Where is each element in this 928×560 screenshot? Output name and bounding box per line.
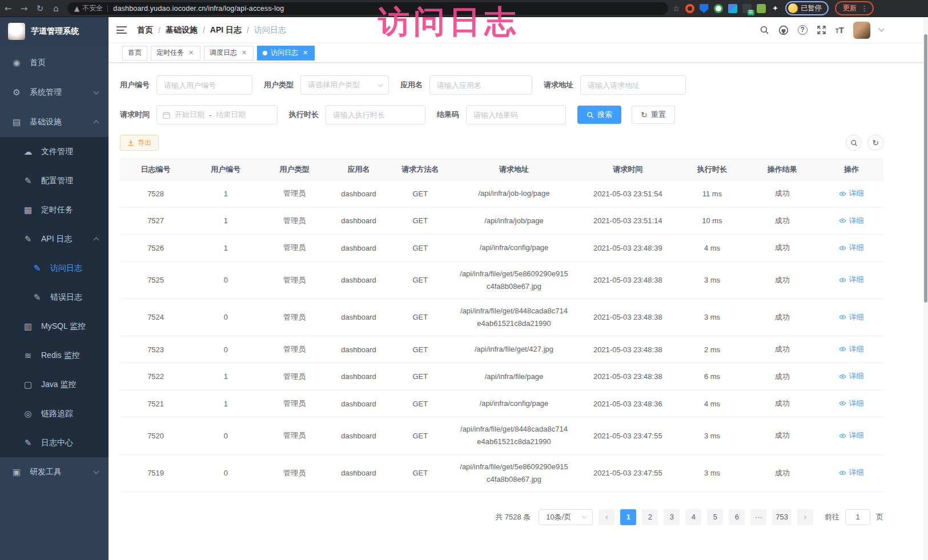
- tab-home[interactable]: 首页: [122, 46, 147, 61]
- github-icon[interactable]: [778, 25, 789, 35]
- reset-button[interactable]: ↻ 重置: [632, 106, 675, 124]
- search-icon[interactable]: [760, 25, 769, 35]
- page-number-button[interactable]: 5: [707, 509, 723, 525]
- tab-scheduled-tasks[interactable]: 定时任务 ✕: [151, 46, 200, 61]
- sidebar-item-devtools[interactable]: ▣ 研发工具: [0, 457, 109, 487]
- table-row: 7528 1 管理员 dashboard GET /api/infra/job-…: [120, 180, 883, 208]
- cell-result: 成功: [745, 417, 819, 454]
- sidebar-item-log-center[interactable]: ✎ 日志中心: [0, 428, 109, 457]
- sidebar-item-java[interactable]: ▢ Java 监控: [0, 370, 109, 399]
- extension-pinwheel-icon[interactable]: ✦: [771, 4, 780, 13]
- close-icon[interactable]: ✕: [302, 49, 309, 57]
- page-number-button[interactable]: 4: [685, 509, 701, 525]
- sidebar-item-infra[interactable]: ▤ 基础设施: [0, 107, 109, 137]
- cell-user-id: 1: [191, 235, 260, 262]
- result-code-input[interactable]: [466, 105, 566, 124]
- page-number-button[interactable]: 2: [642, 509, 658, 525]
- scrollbar-thumb[interactable]: [924, 34, 927, 303]
- breadcrumb-infra[interactable]: 基础设施: [166, 25, 198, 35]
- fullscreen-icon[interactable]: [817, 25, 826, 35]
- page-scrollbar[interactable]: [923, 17, 928, 560]
- cell-app-name: dashboard: [329, 363, 389, 390]
- sidebar-item-trace[interactable]: ◎ 链路追踪: [0, 399, 109, 428]
- extension-shield-icon[interactable]: [700, 4, 709, 13]
- browser-back-icon[interactable]: ←: [0, 3, 16, 14]
- sidebar-item-home[interactable]: ◉ 首页: [0, 48, 109, 78]
- next-page-button[interactable]: ›: [797, 509, 813, 525]
- cell-url: /api/infra/file/get/8448cada8c714e4ab615…: [452, 417, 576, 454]
- extension-badge: 萌: [748, 10, 754, 15]
- cell-method: GET: [389, 336, 452, 363]
- hamburger-icon[interactable]: [116, 26, 127, 34]
- duration-input[interactable]: [326, 105, 425, 124]
- toggle-search-button[interactable]: [846, 135, 862, 151]
- cell-duration: 3 ms: [679, 261, 745, 299]
- breadcrumb-api-log[interactable]: API 日志: [210, 25, 242, 35]
- detail-link[interactable]: 详细: [839, 216, 863, 226]
- breadcrumb-home[interactable]: 首页: [137, 25, 153, 35]
- request-url-input[interactable]: [580, 75, 686, 95]
- sidebar-item-mysql[interactable]: ▥ MySQL 监控: [0, 312, 109, 341]
- page-number-button[interactable]: 753: [772, 509, 792, 525]
- table-header-row: 日志编号 用户编号 用户类型 应用名 请求方法名 请求地址 请求时间 执行时长 …: [120, 159, 883, 180]
- avatar-caret-icon[interactable]: [879, 26, 885, 32]
- detail-link[interactable]: 详细: [839, 275, 863, 285]
- page-number-button[interactable]: 3: [664, 509, 680, 525]
- bookmark-star-icon[interactable]: ☆: [673, 4, 680, 13]
- sidebar-item-api-log[interactable]: ✎ API 日志: [0, 224, 109, 253]
- extension-green-icon[interactable]: [714, 4, 723, 13]
- detail-link[interactable]: 详细: [839, 312, 863, 323]
- extension-orange-icon[interactable]: [685, 4, 694, 13]
- browser-forward-icon[interactable]: →: [16, 3, 32, 14]
- app-name-input[interactable]: [429, 75, 532, 95]
- eye-icon: [839, 313, 846, 321]
- cell-log-id: 7528: [120, 180, 191, 208]
- eye-icon: [839, 400, 846, 407]
- close-icon[interactable]: ✕: [240, 49, 248, 57]
- detail-link[interactable]: 详细: [839, 398, 863, 409]
- goto-page-input[interactable]: [845, 509, 870, 525]
- table-row: 7521 1 管理员 dashboard GET /api/infra/conf…: [120, 390, 883, 417]
- sidebar-item-file[interactable]: ☁ 文件管理: [0, 137, 109, 166]
- page-number-button[interactable]: 6: [729, 509, 745, 525]
- detail-link[interactable]: 详细: [839, 371, 863, 381]
- cell-time: 2021-05-03 23:48:38: [576, 261, 679, 299]
- export-button[interactable]: 导出: [120, 135, 159, 151]
- prev-page-button[interactable]: ‹: [598, 509, 614, 525]
- user-type-select[interactable]: 请选择用户类型: [300, 75, 389, 95]
- request-time-range-picker[interactable]: 开始日期 - 结束日期: [156, 105, 278, 124]
- browser-menu-icon[interactable]: ⋮: [861, 5, 868, 13]
- browser-reload-icon[interactable]: ↻: [32, 3, 48, 14]
- page-number-button[interactable]: 1: [620, 509, 636, 525]
- sidebar-item-redis[interactable]: ≋ Redis 监控: [0, 341, 109, 370]
- sidebar-item-error-log[interactable]: ✎ 错误日志: [0, 283, 109, 312]
- refresh-table-button[interactable]: ↻: [867, 135, 883, 151]
- sidebar-item-job[interactable]: ▦ 定时任务: [0, 195, 109, 224]
- detail-link[interactable]: 详细: [839, 430, 863, 441]
- font-size-icon[interactable]: TT: [835, 25, 844, 35]
- close-icon[interactable]: ✕: [187, 49, 195, 57]
- detail-link[interactable]: 详细: [839, 243, 863, 253]
- address-bar[interactable]: ▲ 不安全 dashboard.yudao.iocoder.cn/infra/l…: [67, 2, 668, 15]
- sidebar-item-config[interactable]: ✎ 配置管理: [0, 166, 109, 195]
- detail-link[interactable]: 详细: [839, 188, 863, 199]
- detail-link[interactable]: 详细: [839, 344, 863, 354]
- page-size-select[interactable]: 10条/页: [539, 509, 593, 525]
- browser-update-button[interactable]: 更新 ⋮: [835, 1, 874, 15]
- tab-schedule-log[interactable]: 调度日志 ✕: [204, 46, 254, 61]
- tab-access-log[interactable]: 访问日志 ✕: [257, 46, 315, 61]
- sidebar-logo[interactable]: 芋道管理系统: [0, 17, 109, 46]
- avatar[interactable]: [853, 22, 870, 39]
- browser-home-icon[interactable]: ⌂: [48, 3, 64, 14]
- browser-profile-chip[interactable]: 已暂停: [785, 1, 829, 15]
- page-number-button[interactable]: ···: [750, 509, 766, 525]
- extension-blocks-icon[interactable]: [728, 4, 737, 13]
- detail-link[interactable]: 详细: [839, 468, 863, 478]
- sidebar-item-access-log[interactable]: ✎ 访问日志: [0, 253, 109, 283]
- sidebar-item-system[interactable]: ⚙ 系统管理: [0, 78, 109, 107]
- help-icon[interactable]: ?: [798, 25, 808, 35]
- extension-person-icon[interactable]: [757, 4, 766, 13]
- extension-dark-icon[interactable]: 萌: [742, 4, 752, 13]
- user-id-input[interactable]: [156, 75, 252, 95]
- search-button[interactable]: 搜索: [577, 106, 621, 124]
